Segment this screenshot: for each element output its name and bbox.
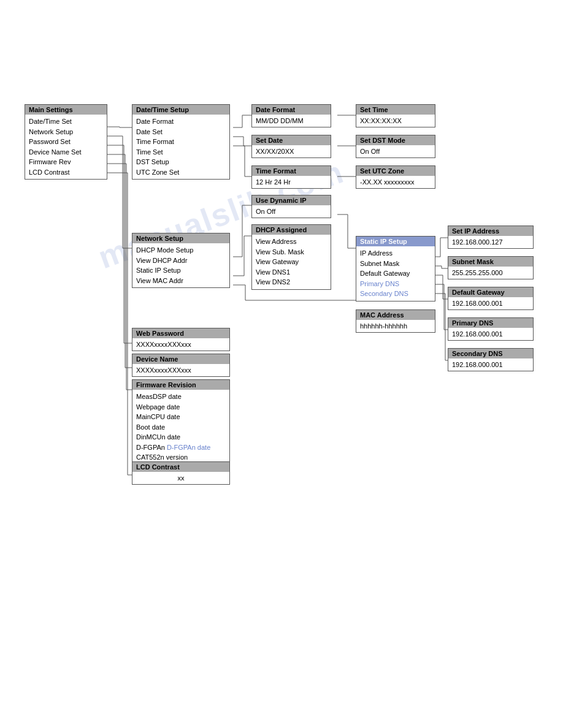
list-item: Device Name Set xyxy=(29,147,103,157)
network-setup-body: DHCP Mode Setup View DHCP Addr Static IP… xyxy=(132,243,229,287)
main-settings-header: Main Settings xyxy=(25,105,107,115)
subnet-mask-value: 255.255.255.000 xyxy=(448,267,533,279)
view-address-item: View Address xyxy=(256,237,327,247)
static-ip-setup-header: Static IP Setup xyxy=(356,237,435,246)
set-dst-mode-value: On Off xyxy=(356,145,435,157)
use-dynamic-ip-value: On Off xyxy=(252,205,331,218)
dhcp-assigned-header: DHCP Assigned xyxy=(252,225,331,235)
device-name-header: Device Name xyxy=(132,354,229,364)
default-gateway-header: Default Gateway xyxy=(448,287,533,297)
set-date-header: Set Date xyxy=(252,135,331,145)
lcd-contrast-value: xx xyxy=(132,472,229,484)
list-item: Firmware Rev xyxy=(29,157,103,167)
device-name-value: XXXXxxxxXXXxxx xyxy=(132,364,229,376)
list-item: Webpage date xyxy=(136,402,226,412)
list-item: View DHCP Addr xyxy=(136,256,226,266)
list-item: Password Set xyxy=(29,137,103,147)
list-item: Default Gateway xyxy=(360,268,431,279)
mac-address-value: hhhhhh-hhhhhh xyxy=(356,320,435,332)
list-item: Subnet Mask xyxy=(360,259,431,269)
network-setup-header: Network Setup xyxy=(132,233,229,243)
mac-address-header: MAC Address xyxy=(356,310,435,320)
firmware-revision-body: MeasDSP date Webpage date MainCPU date B… xyxy=(132,390,229,464)
time-format-value: 12 Hr 24 Hr xyxy=(252,176,331,188)
web-password-value: XXXXxxxxXXXxxx xyxy=(132,338,229,351)
main-settings-body: Date/Time Set Network Setup Password Set… xyxy=(25,115,107,179)
static-ip-setup-body: IP Address Subnet Mask Default Gateway P… xyxy=(356,246,435,301)
list-item: View Sub. Mask xyxy=(256,247,327,257)
list-item: MainCPU date xyxy=(136,412,226,422)
datetime-setup-body: Date Format Date Set Time Format Time Se… xyxy=(132,115,229,179)
static-ip-setup-item: Static IP Setup xyxy=(136,265,226,276)
date-format-header: Date Format xyxy=(252,105,331,115)
set-dst-mode-header: Set DST Mode xyxy=(356,135,435,145)
list-item: View Gateway xyxy=(256,257,327,267)
secondary-dns-value: 192.168.000.001 xyxy=(448,358,533,371)
list-item: Boot date xyxy=(136,422,226,433)
list-item: DinMCUn date xyxy=(136,432,226,442)
list-item: View DNS1 xyxy=(256,267,327,278)
set-ip-address-value: 192.168.000.127 xyxy=(448,236,533,248)
list-item: Secondary DNS xyxy=(360,289,431,299)
list-item: MeasDSP date xyxy=(136,392,226,402)
primary-dns-header: Primary DNS xyxy=(448,318,533,328)
list-item: D-FGPAn D-FGPAn date xyxy=(136,442,226,453)
set-utc-zone-header: Set UTC Zone xyxy=(356,166,435,176)
list-item: DHCP Mode Setup xyxy=(136,245,226,256)
primary-dns-value: 192.168.000.001 xyxy=(448,328,533,340)
list-item: View DNS2 xyxy=(256,277,327,287)
list-item: Time Set xyxy=(136,147,226,157)
set-time-value: XX:XX:XX:XX xyxy=(356,115,435,127)
list-item: Date Set xyxy=(136,127,226,137)
secondary-dns-header: Secondary DNS xyxy=(448,349,533,358)
list-item: IP Address xyxy=(360,248,431,259)
set-date-value: XX/XX/20XX xyxy=(252,145,331,157)
list-item: Network Setup xyxy=(29,127,103,137)
set-utc-zone-value: -XX.XX xxxxxxxxx xyxy=(356,176,435,188)
col1-main-settings: Main Settings Date/Time Set Network Setu… xyxy=(25,104,107,180)
list-item: Date/Time Set xyxy=(29,116,103,127)
datetime-setup-header: Date/Time Setup xyxy=(132,105,229,115)
subnet-mask-header: Subnet Mask xyxy=(448,257,533,267)
time-format-header: Time Format xyxy=(252,166,331,176)
use-dynamic-ip-header: Use Dynamic IP xyxy=(252,195,331,205)
set-time-header: Set Time xyxy=(356,105,435,115)
set-ip-address-header: Set IP Address xyxy=(448,226,533,236)
default-gateway-value: 192.168.000.001 xyxy=(448,297,533,309)
date-format-value: MM/DD DD/MM xyxy=(252,115,331,127)
list-item: Date Format xyxy=(136,116,226,127)
list-item: Primary DNS xyxy=(360,279,431,289)
list-item: UTC Zone Set xyxy=(136,167,226,178)
dhcp-assigned-body: View Address View Sub. Mask View Gateway… xyxy=(252,235,331,289)
lcd-contrast-header: LCD Contrast xyxy=(132,462,229,472)
web-password-header: Web Password xyxy=(132,328,229,338)
firmware-revision-header: Firmware Revision xyxy=(132,380,229,390)
list-item: DST Setup xyxy=(136,157,226,167)
list-item: View MAC Addr xyxy=(136,276,226,286)
list-item: Time Format xyxy=(136,137,226,147)
list-item: LCD Contrast xyxy=(29,167,103,178)
